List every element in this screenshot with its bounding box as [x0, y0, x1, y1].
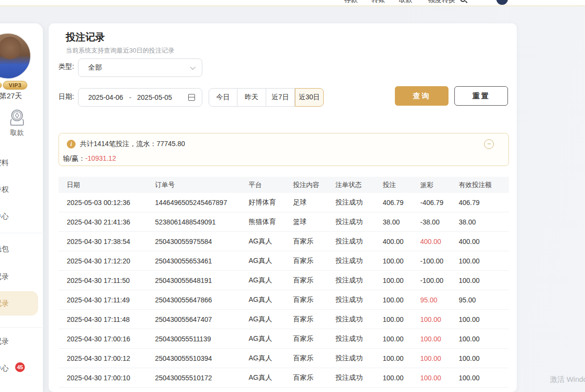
- column-header: 派彩: [420, 181, 459, 189]
- notification-badge: 45: [15, 362, 25, 372]
- search-icon[interactable]: [460, 0, 466, 2]
- topnav-item[interactable]: 额度转换: [428, 0, 455, 4]
- type-select-value: 全部: [88, 63, 102, 72]
- activate-windows-watermark: 激活 Windows: [550, 375, 585, 384]
- sidebar: VIP3 第27天 取款 个人资料会员特权任务中心我的钱包交易记录投注记录游戏记…: [0, 23, 43, 392]
- quick-range-昨天[interactable]: 昨天: [237, 88, 266, 107]
- quick-range-今日[interactable]: 今日: [209, 88, 237, 107]
- cell-注单状态: 投注成功: [335, 237, 383, 246]
- topbar-avatar[interactable]: [496, 0, 508, 5]
- cell-有效投注额: 38.00: [459, 218, 509, 226]
- table-row[interactable]: 2025-04-30 17:11:48250430055647407AG真人百家…: [58, 310, 509, 329]
- cell-有效投注额: 100.00: [459, 374, 509, 382]
- type-filter-label: 类型:: [58, 62, 74, 71]
- table-body: 2025-05-03 00:12:361446496505245467897好博…: [58, 193, 509, 388]
- cell-订单号: 250430055653461: [155, 257, 249, 265]
- topnav-item[interactable]: 转账: [371, 0, 385, 4]
- cell-订单号: 250430055511139: [155, 335, 249, 343]
- cell-平台: AG真人: [249, 237, 293, 246]
- cell-订单号: 250430055510394: [155, 355, 249, 362]
- cell-注单状态: 投注成功: [335, 218, 383, 226]
- cell-投注: 100.00: [383, 374, 420, 382]
- quick-range-近30日[interactable]: 近30日: [295, 88, 324, 107]
- cell-派彩: -100.00: [420, 257, 459, 265]
- info-icon: i: [67, 140, 76, 149]
- sidebar-item-游戏记录[interactable]: 游戏记录: [0, 337, 9, 346]
- quick-range-近7日[interactable]: 近7日: [266, 88, 295, 107]
- cell-投注内容: 篮球: [293, 218, 335, 226]
- cell-平台: AG真人: [249, 257, 293, 265]
- cell-投注内容: 百家乐: [293, 315, 335, 324]
- cell-投注内容: 百家乐: [293, 354, 335, 363]
- topnav-item[interactable]: 存款: [344, 0, 358, 4]
- table-row[interactable]: 2025-04-30 17:11:50250430055648191AG真人百家…: [58, 271, 509, 290]
- cell-日期: 2025-04-30 17:00:10: [67, 374, 155, 382]
- cell-投注: 100.00: [383, 277, 420, 284]
- cell-平台: AG真人: [249, 276, 293, 285]
- cell-日期: 2025-04-30 21:41:36: [67, 218, 155, 226]
- sidebar-item-个人资料[interactable]: 个人资料: [0, 158, 9, 168]
- sidebar-item-交易记录[interactable]: 交易记录: [0, 272, 9, 281]
- cell-日期: 2025-04-30 17:11:50: [67, 277, 155, 284]
- type-select[interactable]: 全部: [78, 58, 202, 77]
- reset-button[interactable]: 重置: [454, 86, 508, 106]
- sidebar-menu: 个人资料会员特权任务中心我的钱包交易记录投注记录游戏记录消息中心45: [0, 23, 43, 392]
- cell-派彩: -100.00: [420, 277, 459, 284]
- cell-平台: AG真人: [249, 335, 293, 343]
- summary-box: i 共计1414笔投注，流水：77745.80 − 输/赢：-10931.12: [58, 133, 509, 166]
- cell-有效投注额: 100.00: [459, 316, 509, 323]
- cell-投注: 406.79: [383, 199, 420, 206]
- collapse-icon[interactable]: −: [484, 139, 494, 149]
- loss-value: -10931.12: [85, 154, 116, 162]
- cell-投注内容: 百家乐: [293, 296, 335, 304]
- cell-派彩: -38.00: [420, 218, 459, 226]
- cell-投注内容: 百家乐: [293, 373, 335, 382]
- cell-投注: 100.00: [383, 296, 420, 304]
- cell-日期: 2025-04-30 17:12:20: [67, 257, 155, 265]
- table-row[interactable]: 2025-04-30 17:00:16250430055511139AG真人百家…: [58, 329, 509, 349]
- cell-派彩: 100.00: [420, 374, 459, 382]
- date-range-input[interactable]: 2025-04-06 - 2025-05-05: [78, 88, 202, 107]
- sidebar-item-我的钱包[interactable]: 我的钱包: [0, 244, 9, 254]
- calendar-icon: [188, 94, 195, 101]
- cell-订单号: 250430055510172: [155, 374, 249, 382]
- cell-日期: 2025-04-30 17:11:48: [67, 316, 155, 323]
- table-row[interactable]: 2025-04-30 17:00:12250430055510394AG真人百家…: [58, 349, 509, 368]
- cell-注单状态: 投注成功: [335, 354, 383, 363]
- cell-日期: 2025-05-03 00:12:36: [67, 199, 155, 206]
- cell-派彩: 100.00: [420, 316, 459, 323]
- table-row[interactable]: 2025-04-30 17:12:20250430055653461AG真人百家…: [58, 251, 509, 271]
- sidebar-item-消息中心[interactable]: 消息中心: [0, 364, 9, 373]
- cell-日期: 2025-04-30 17:00:16: [67, 335, 155, 343]
- search-button[interactable]: 查询: [395, 86, 448, 106]
- topnav-item[interactable]: 取款: [399, 0, 412, 4]
- table-row[interactable]: 2025-04-30 21:41:365238061488549091熊猫体育篮…: [58, 212, 509, 232]
- column-header: 注单状态: [335, 181, 383, 189]
- cell-有效投注额: 100.00: [459, 335, 509, 343]
- bet-records-table: 日期订单号平台投注内容注单状态投注派彩有效投注额 2025-05-03 00:1…: [58, 177, 509, 388]
- cell-派彩: 100.00: [420, 355, 459, 362]
- table-row[interactable]: 2025-04-30 17:11:49250430055647866AG真人百家…: [58, 290, 509, 310]
- table-row[interactable]: 2025-05-03 00:12:361446496505245467897好博…: [58, 193, 509, 212]
- table-row[interactable]: 2025-04-30 17:38:54250430055975584AG真人百家…: [58, 232, 509, 251]
- column-header: 投注内容: [293, 181, 335, 189]
- cell-注单状态: 投注成功: [335, 373, 383, 382]
- date-end-value: 2025-05-05: [137, 93, 172, 101]
- sidebar-item-任务中心[interactable]: 任务中心: [0, 212, 9, 221]
- page-title: 投注记录: [66, 31, 105, 44]
- sidebar-item-投注记录[interactable]: 投注记录: [0, 299, 9, 308]
- cell-注单状态: 投注成功: [335, 198, 383, 207]
- cell-订单号: 250430055975584: [155, 238, 249, 245]
- cell-投注: 100.00: [383, 355, 420, 362]
- cell-注单状态: 投注成功: [335, 257, 383, 265]
- cell-日期: 2025-04-30 17:11:49: [67, 296, 155, 304]
- cell-平台: AG真人: [249, 354, 293, 363]
- cell-订单号: 250430055647866: [155, 296, 249, 304]
- cell-注单状态: 投注成功: [335, 296, 383, 304]
- date-start-value: 2025-04-06: [88, 93, 123, 101]
- column-header: 有效投注额: [459, 181, 509, 189]
- table-row[interactable]: 2025-04-30 17:00:10250430055510172AG真人百家…: [58, 368, 509, 388]
- table-header-row: 日期订单号平台投注内容注单状态投注派彩有效投注额: [58, 177, 509, 193]
- sidebar-item-会员特权[interactable]: 会员特权: [0, 185, 9, 194]
- cell-派彩: -406.79: [420, 199, 459, 206]
